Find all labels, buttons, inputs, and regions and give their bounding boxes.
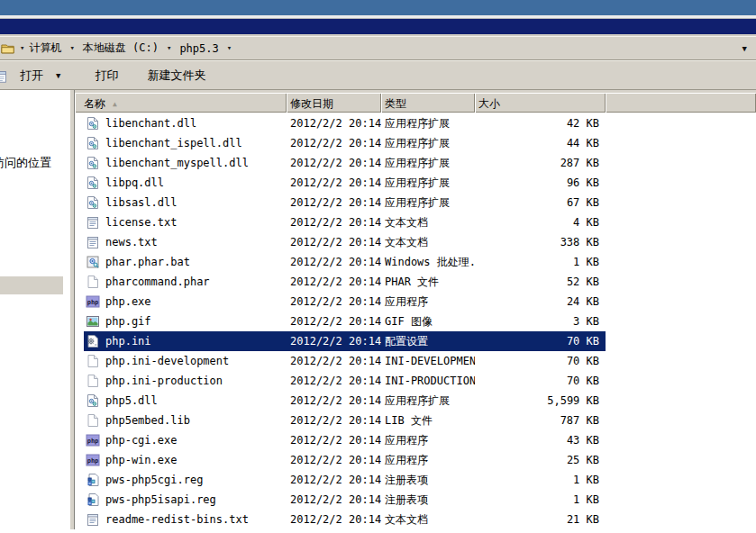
svg-text:php: php [87,299,99,306]
file-date-modified: 2012/2/2 20:14 [287,434,381,447]
file-type: INI-PRODUCTION... [381,375,475,387]
file-row[interactable]: readme-redist-bins.txt2012/2/2 20:14文本文档… [84,510,606,529]
file-size: 42 KB [475,117,606,130]
sidebar-item-recent-places[interactable]: 访问的位置 [0,155,51,171]
file-name: pharcommand.phar [105,276,210,288]
php-exe-icon: php [86,294,100,309]
file-type: 应用程序扩展 [381,393,475,409]
file-type: 应用程序扩展 [381,136,475,151]
chevron-down-icon[interactable]: ▾ [224,44,234,52]
file-row[interactable]: phpphp-win.exe2012/2/2 20:14应用程序25 KB [84,450,606,470]
file-name: php5.dll [105,394,158,407]
file-type: 文本文档 [381,235,475,250]
file-date-modified: 2012/2/2 20:14 [287,474,381,486]
file-name: pws-php5isapi.reg [105,493,216,506]
file-date-modified: 2012/2/2 20:14 [287,315,381,328]
file-row[interactable]: news.txt2012/2/2 20:14文本文档338 KB [84,232,606,252]
file-size: 67 KB [475,196,606,209]
file-row[interactable]: pws-php5isapi.reg2012/2/2 20:14注册表项1 KB [84,490,606,510]
file-date-modified: 2012/2/2 20:14 [287,176,381,189]
file-type: Windows 批处理... [381,255,475,270]
breadcrumb-item[interactable]: php5.3 [178,41,220,56]
file-size: 3 KB [475,315,606,328]
file-name: php.gif [105,315,151,328]
file-name: php-cgi.exe [105,434,177,447]
chevron-down-icon[interactable]: ▾ [17,44,27,52]
file-row[interactable]: libenchant.dll2012/2/2 20:14应用程序扩展42 KB [84,113,606,133]
file-date-modified: 2012/2/2 20:14 [287,513,381,526]
file-size: 96 KB [475,176,606,189]
file-row[interactable]: pharcommand.phar2012/2/2 20:14PHAR 文件52 … [84,272,606,292]
file-type: 注册表项 [381,473,475,488]
open-dropdown-icon[interactable]: ▼ [56,71,60,80]
file-row[interactable]: php5embed.lib2012/2/2 20:14LIB 文件787 KB [84,411,606,430]
file-date-modified: 2012/2/2 20:14 [287,276,381,288]
file-date-modified: 2012/2/2 20:14 [287,117,381,130]
file-row[interactable]: phpphp-cgi.exe2012/2/2 20:14应用程序43 KB [84,430,606,450]
file-row[interactable]: phar.phar.bat2012/2/2 20:14Windows 批处理..… [84,252,606,272]
file-name: php.exe [105,295,151,308]
file-name: php.ini-production [105,375,223,387]
file-name: phar.phar.bat [105,256,190,268]
file-type: 配置设置 [381,334,475,349]
file-row[interactable]: pws-php5cgi.reg2012/2/2 20:14注册表项1 KB [84,470,606,490]
file-row[interactable]: libenchant_ispell.dll2012/2/2 20:14应用程序扩… [84,133,606,153]
file-type: 应用程序 [381,433,475,448]
file-size: 25 KB [475,454,606,466]
file-row[interactable]: php.gif2012/2/2 20:14GIF 图像3 KB [84,312,606,331]
address-history-dropdown-icon[interactable]: ▼ [739,42,751,55]
registry-file-icon [86,473,100,487]
column-header-filler [606,93,756,113]
file-date-modified: 2012/2/2 20:14 [287,375,381,387]
php-exe-icon: php [86,453,100,467]
file-row[interactable]: php.ini-production2012/2/2 20:14INI-PROD… [84,371,606,391]
file-row[interactable]: libenchant_myspell.dll2012/2/2 20:14应用程序… [84,153,606,173]
file-size: 338 KB [475,236,606,248]
chevron-down-icon[interactable]: ▾ [67,44,77,52]
file-row[interactable]: libpq.dll2012/2/2 20:14应用程序扩展96 KB [84,173,606,193]
file-row[interactable]: license.txt2012/2/2 20:14文本文档4 KB [84,212,606,232]
print-button[interactable]: 打印 [89,64,123,87]
file-size: 1 KB [475,493,606,506]
dll-file-icon [86,136,100,150]
file-name: libenchant_myspell.dll [105,157,249,169]
chevron-down-icon[interactable]: ▾ [164,44,174,52]
file-row[interactable]: php5.dll2012/2/2 20:14应用程序扩展5,599 KB [84,391,606,411]
file-type: INI-DEVELOPMEN... [381,355,475,367]
command-toolbar: 打开 ▼ 打印 新建文件夹 [0,60,756,90]
file-size: 52 KB [475,276,606,288]
file-row[interactable]: php.ini2012/2/2 20:14配置设置70 KB [84,331,606,351]
explorer-content: 访问的位置 名称▲ 修改日期 类型 大小 libenchant.dll2012/… [0,90,756,529]
svg-text:php: php [87,438,99,445]
file-date-modified: 2012/2/2 20:14 [287,493,381,506]
file-name: readme-redist-bins.txt [105,513,249,526]
file-size: 4 KB [475,216,606,229]
file-list-pane: 名称▲ 修改日期 类型 大小 libenchant.dll2012/2/2 20… [75,90,756,529]
file-row[interactable]: php.ini-development2012/2/2 20:14INI-DEV… [84,351,606,371]
address-bar[interactable]: ▾ 计算机▾本地磁盘 (C:)▾php5.3▾ ▼ [0,36,756,60]
column-header-date-modified[interactable]: 修改日期 [287,93,381,113]
notepad-icon [0,68,9,83]
gif-image-icon [86,314,100,329]
text-file-icon [86,512,100,527]
column-header-name[interactable]: 名称▲ [75,93,287,113]
remote-session-bar [0,0,756,15]
list-header: 名称▲ 修改日期 类型 大小 [75,93,756,113]
dll-file-icon [86,393,100,408]
breadcrumb-item[interactable]: 本地磁盘 (C:) [81,40,160,57]
column-header-size[interactable]: 大小 [475,93,606,113]
open-button[interactable]: 打开 [14,64,49,87]
file-date-modified: 2012/2/2 20:14 [287,157,381,169]
batch-file-icon [86,255,100,269]
file-name: php5embed.lib [105,414,190,427]
file-row[interactable]: phpphp.exe2012/2/2 20:14应用程序24 KB [84,292,606,312]
file-type: 文本文档 [381,512,475,528]
file-date-modified: 2012/2/2 20:14 [287,414,381,427]
file-date-modified: 2012/2/2 20:14 [287,355,381,367]
file-row[interactable]: libsasl.dll2012/2/2 20:14应用程序扩展67 KB [84,193,606,212]
new-folder-button[interactable]: 新建文件夹 [141,64,211,87]
text-file-icon [86,235,100,249]
breadcrumb-item[interactable]: 计算机 [27,40,63,57]
column-header-type[interactable]: 类型 [381,93,475,113]
breadcrumb: 计算机▾本地磁盘 (C:)▾php5.3▾ [27,40,234,57]
